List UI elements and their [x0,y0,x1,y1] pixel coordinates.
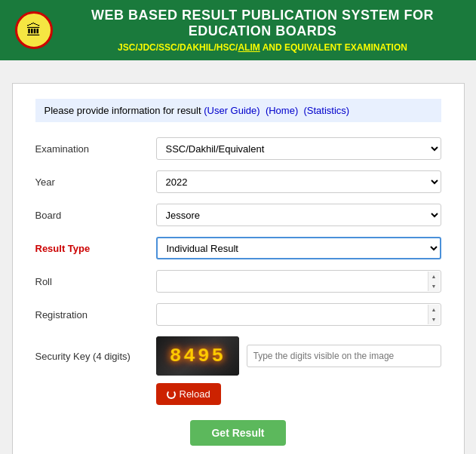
registration-row: Registration ▲ ▼ [35,303,441,326]
subtitle-part2: AND EQUIVALENT EXAMINATION [260,42,407,53]
year-label: Year [35,176,156,188]
reload-button[interactable]: Reload [156,383,221,405]
submit-row: Get Result [35,420,441,446]
roll-label: Roll [35,276,156,287]
examination-select[interactable]: SSC/Dakhil/Equivalent [156,137,441,160]
info-text: Please provide information for result [45,105,204,116]
year-select[interactable]: 2022 [156,170,441,193]
reload-row: Reload [35,383,441,405]
roll-row: Roll ▲ ▼ [35,270,441,293]
security-key-input[interactable] [247,345,441,367]
roll-spinners: ▲ ▼ [428,271,440,291]
info-bar: Please provide information for result (U… [35,99,441,122]
reload-label: Reload [180,388,210,400]
year-row: Year 2022 [35,170,441,193]
header-title: WEB BASED RESULT PUBLICATION SYSTEM FOR … [64,8,461,39]
security-key-row: Security Key (4 digits) 8495 [35,336,441,376]
board-row: Board Jessore [35,204,441,226]
subtitle-part1: JSC/JDC/SSC/DAKHIL/HSC/ [118,42,238,53]
examination-row: Examination SSC/Dakhil/Equivalent [35,137,441,160]
registration-spinner-up[interactable]: ▲ [428,305,440,314]
user-guide-link[interactable]: (User Guide) [204,105,259,116]
form-card: Please provide information for result (U… [12,83,465,454]
logo-emblem: 🏛 [15,11,53,49]
result-type-label: Result Type [35,243,156,254]
registration-input-wrap: ▲ ▼ [156,303,441,326]
home-link[interactable]: (Home) [266,105,298,116]
roll-spinner-down[interactable]: ▼ [428,281,440,291]
captcha-image: 8495 [156,336,239,376]
security-input-wrap [247,345,441,367]
header-subtitle: JSC/JDC/SSC/DAKHIL/HSC/ALIM AND EQUIVALE… [64,42,461,53]
subtitle-alim: ALIM [238,42,259,53]
examination-label: Examination [35,143,156,155]
registration-spinner-down[interactable]: ▼ [428,314,440,324]
security-key-label: Security Key (4 digits) [35,351,156,362]
submit-button[interactable]: Get Result [190,420,285,446]
reload-icon [167,390,176,399]
result-type-select[interactable]: Individual Result [156,237,441,259]
statistics-link[interactable]: (Statistics) [303,105,349,116]
header: 🏛 WEB BASED RESULT PUBLICATION SYSTEM FO… [0,0,476,60]
roll-input[interactable] [156,270,441,293]
roll-input-wrap: ▲ ▼ [156,270,441,293]
captcha-digits: 8495 [169,345,226,367]
roll-spinner-up[interactable]: ▲ [428,271,440,281]
registration-spinners: ▲ ▼ [428,305,440,324]
result-type-row: Result Type Individual Result [35,237,441,259]
board-label: Board [35,210,156,221]
registration-label: Registration [35,309,156,321]
registration-input[interactable] [156,303,441,326]
header-text: WEB BASED RESULT PUBLICATION SYSTEM FOR … [64,8,461,53]
board-select[interactable]: Jessore [156,204,441,226]
